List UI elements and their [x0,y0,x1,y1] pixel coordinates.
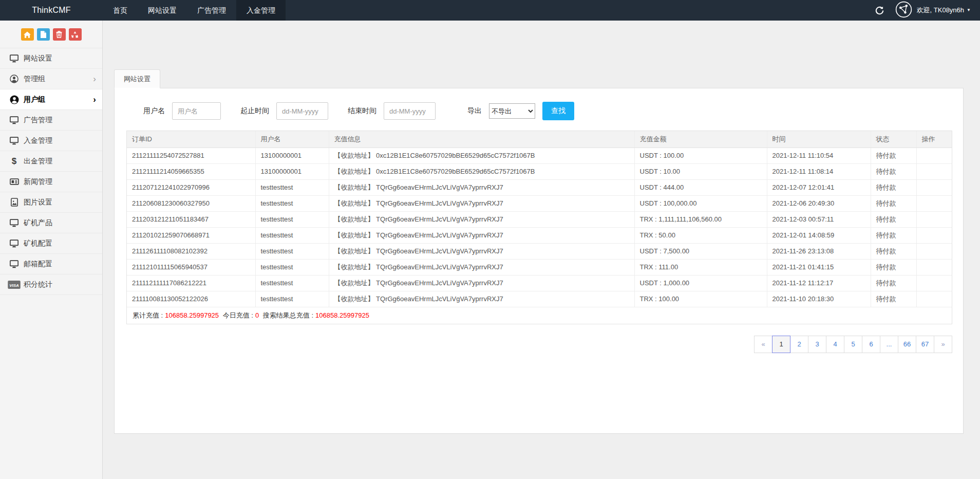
cell-time: 2021-11-21 01:41:15 [767,259,871,275]
search-button[interactable]: 查找 [542,102,574,120]
cell-username: testtesttest [255,259,329,275]
start-time-input[interactable] [276,102,328,120]
sidebar-item[interactable]: 矿机配置 › [0,233,102,253]
table-row: 211112111117086212221 testtesttest 【收款地址… [127,275,952,291]
sidebar-item[interactable]: 用户组 › [0,89,102,109]
sidebar-menu: 网站设置 › 管理组 › 用户组 › 广告管理 › [0,48,102,295]
recycle-icon[interactable] [69,28,82,41]
cell-actions [916,148,952,163]
cell-time: 2021-12-07 12:01:41 [767,179,871,195]
cell-time: 2021-12-11 11:08:14 [767,163,871,179]
page-button[interactable]: 66 [898,336,916,353]
export-select[interactable]: 不导出 [489,103,535,119]
page-button[interactable]: 5 [844,336,862,353]
page-button[interactable]: 3 [808,336,826,353]
summary-value: 106858.25997925 [315,311,369,319]
sidebar-item[interactable]: 管理组 › [0,68,102,89]
brand-logo[interactable]: ThinkCMF [0,0,103,21]
username-label: 用户名 [143,106,165,116]
page-button[interactable]: » [934,336,952,353]
sidebar-toolbar [0,21,102,48]
user-circle-icon [7,75,21,83]
page-button[interactable]: ... [880,336,898,353]
page-button[interactable]: 2 [790,336,808,353]
cell-amount: USDT : 100.00 [634,148,767,163]
page-button[interactable]: « [754,336,772,353]
top-navbar: ThinkCMF 首页 网站设置 广告管理 入金管理 欢迎, TK08yn6h … [0,0,980,21]
cell-username: 13100000001 [255,148,329,163]
page-button[interactable]: 67 [916,336,934,353]
table-row: 211126111108082102392 testtesttest 【收款地址… [127,243,952,259]
sidebar-item-label: 管理组 [24,75,45,84]
nav-menu-item[interactable]: 网站设置 [138,0,187,21]
sidebar-item[interactable]: 广告管理 › [0,109,102,130]
monitor-icon [7,54,21,63]
tab-site-settings[interactable]: 网站设置 [114,69,160,88]
refresh-icon[interactable] [875,6,884,15]
cell-amount: TRX : 100.00 [634,291,767,307]
cell-order-id: 211121011115065940537 [127,259,255,275]
sidebar-item[interactable]: 邮箱配置 › [0,253,102,274]
cell-username: testtesttest [255,195,329,211]
sidebar-item[interactable]: 网站设置 › [0,48,102,68]
table-row: 211207121241022970996 testtesttest 【收款地址… [127,179,952,195]
page-button[interactable]: 4 [826,336,844,353]
navbar-right: 欢迎, TK08yn6h ▼ [875,0,980,21]
chevron-right-icon: › [93,95,96,104]
caret-down-icon: ▼ [967,8,971,12]
page-button[interactable]: 1 [772,336,790,353]
cell-recharge-info: 【收款地址】 TQrGg6oeavEHrmLJcVLiVgVA7yprrvRXJ… [329,291,634,307]
sidebar-item[interactable]: 图片设置 › [0,192,102,212]
sidebar-item[interactable]: 矿机产品 › [0,212,102,233]
sidebar-item[interactable]: VISA 积分统计 › [0,274,102,294]
cell-username: testtesttest [255,243,329,259]
visa-icon: VISA [7,281,21,289]
cell-amount: TRX : 1,111,111,106,560.00 [634,211,767,227]
welcome-text: 欢迎, TK08yn6h [917,6,965,15]
home-icon[interactable] [21,28,34,41]
trash-icon[interactable] [53,28,66,41]
cell-status: 待付款 [871,163,916,179]
cell-actions [916,211,952,227]
nav-menu-item[interactable]: 广告管理 [187,0,236,21]
cell-status: 待付款 [871,259,916,275]
pagination-row: « 1 2 3 4 5 6 ... 66 67 [126,336,952,353]
table-row: 21121111254072527881 13100000001 【收款地址】 … [127,148,952,163]
nav-menu-item[interactable]: 首页 [103,0,138,21]
end-time-input[interactable] [384,102,436,120]
column-header: 充值信息 [329,131,634,148]
content-panel: 用户名 起止时间 结束时间 导出 不导出 查找 [114,88,964,434]
cell-status: 待付款 [871,275,916,291]
cell-recharge-info: 【收款地址】 TQrGg6oeavEHrmLJcVLiVgVA7yprrvRXJ… [329,179,634,195]
cell-status: 待付款 [871,148,916,163]
table-header-row: 订单ID 用户名 充值信息 充值金额 时间 状态 操作 [127,131,952,148]
filter-form: 用户名 起止时间 结束时间 导出 不导出 查找 [126,102,951,120]
tab-bar: 网站设置 [103,21,980,88]
page-button[interactable]: 6 [862,336,880,353]
cell-status: 待付款 [871,291,916,307]
monitor-icon [7,137,21,145]
column-header: 用户名 [255,131,329,148]
sidebar-item[interactable]: 入金管理 › [0,130,102,151]
nav-menu-item[interactable]: 入金管理 [236,0,286,21]
cell-actions [916,179,952,195]
sidebar-item[interactable]: $ 出金管理 › [0,151,102,171]
cell-status: 待付款 [871,243,916,259]
sidebar-item[interactable]: 新闻管理 › [0,171,102,192]
table-row: 211121011115065940537 testtesttest 【收款地址… [127,259,952,275]
cell-recharge-info: 【收款地址】 TQrGg6oeavEHrmLJcVLiVgVA7yprrvRXJ… [329,227,634,243]
file-icon[interactable] [37,28,50,41]
cell-status: 待付款 [871,195,916,211]
username-input[interactable] [172,102,221,120]
user-menu[interactable]: 欢迎, TK08yn6h ▼ [895,1,971,20]
cell-time: 2021-12-01 14:08:59 [767,227,871,243]
table-row: 211110081130052122026 testtesttest 【收款地址… [127,291,952,307]
column-header: 时间 [767,131,871,148]
cell-amount: USDT : 1,000.00 [634,275,767,291]
sidebar-item-label: 积分统计 [24,280,52,289]
cell-actions [916,243,952,259]
monitor-icon [7,219,21,227]
cell-amount: USDT : 100,000.00 [634,195,767,211]
cell-recharge-info: 【收款地址】 TQrGg6oeavEHrmLJcVLiVgVA7yprrvRXJ… [329,275,634,291]
cell-time: 2021-11-10 20:18:30 [767,291,871,307]
